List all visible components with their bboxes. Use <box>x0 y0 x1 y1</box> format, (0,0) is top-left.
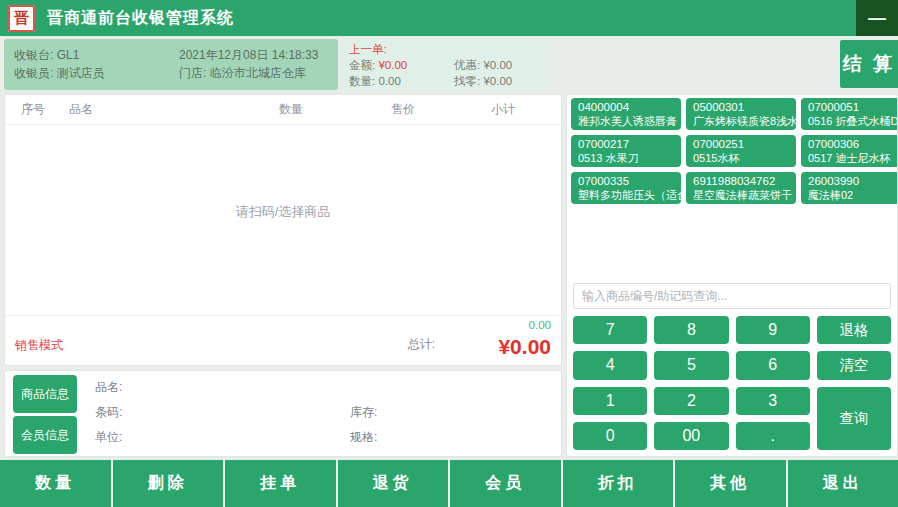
last-order-change: 找零: ¥0.00 <box>454 73 540 89</box>
register-info-box: 收银台: GL1 收银员: 测试店员 2021年12月08日 14:18:33 … <box>4 39 338 90</box>
cart-table-header: 序号 品名 数量 售价 小计 <box>5 95 561 125</box>
quick-product-tile[interactable]: 05000301 广东烤标镁质瓷8浅水盘 <box>686 98 796 130</box>
quick-product-tile[interactable]: 07000251 0515水杯 <box>686 135 796 167</box>
settle-button[interactable]: 结 算 <box>840 40 898 88</box>
field-spec: 规格: <box>350 429 377 446</box>
numpad-key-1[interactable]: 1 <box>573 387 647 415</box>
quick-product-tile[interactable]: 07000335 塑料多功能压头（适合洗 <box>571 172 681 204</box>
product-info-panel: 商品信息 会员信息 品名: 条码: 库存: 单位: 规格: <box>4 370 562 457</box>
col-name: 品名 <box>69 101 213 118</box>
toolbar-exit-button[interactable]: 退出 <box>788 460 898 507</box>
numpad-key-2[interactable]: 2 <box>654 387 728 415</box>
toolbar-return-button[interactable]: 退货 <box>338 460 449 507</box>
member-info-button[interactable]: 会员信息 <box>13 416 77 454</box>
last-order-title: 上一单: <box>349 42 540 57</box>
numpad-backspace-key[interactable]: 退格 <box>817 316 891 344</box>
numpad-clear-key[interactable]: 清空 <box>817 351 891 379</box>
last-order-qty: 数量: 0.00 <box>349 73 454 89</box>
quick-product-tile[interactable]: 04000004 雅邦水美人诱惑唇膏 <box>571 98 681 130</box>
numpad-key-5[interactable]: 5 <box>654 351 728 379</box>
field-unit: 单位: <box>95 429 122 446</box>
app-logo-seal: 晋 <box>14 9 29 28</box>
col-qty: 数量 <box>213 101 303 118</box>
field-product-name: 品名: <box>95 379 122 396</box>
numpad-key-00[interactable]: 00 <box>654 422 728 450</box>
cashier-name: 收银员: 测试店员 <box>14 65 179 82</box>
cart-totals: 销售模式 总计: 0.00 ¥0.00 <box>5 315 561 365</box>
toolbar-other-button[interactable]: 其他 <box>675 460 786 507</box>
numpad-key-4[interactable]: 4 <box>573 351 647 379</box>
numpad-key-0[interactable]: 0 <box>573 422 647 450</box>
numpad-key-7[interactable]: 7 <box>573 316 647 344</box>
datetime: 2021年12月08日 14:18:33 <box>179 47 318 64</box>
quick-product-tile[interactable]: 26003990 魔法棒02 <box>801 172 898 204</box>
titlebar: 晋 晋商通前台收银管理系统 — <box>0 0 898 36</box>
toolbar-discount-button[interactable]: 折扣 <box>563 460 674 507</box>
col-seq: 序号 <box>21 101 69 118</box>
register-id: 收银台: GL1 <box>14 47 179 64</box>
quick-product-tile[interactable]: 07000217 0513 水果刀 <box>571 135 681 167</box>
quick-product-tile[interactable]: 6911988034762 星空魔法棒蔬菜饼干 <box>686 172 796 204</box>
store-name: 门店: 临汾市北城店仓库 <box>179 65 318 82</box>
numpad-key-8[interactable]: 8 <box>654 316 728 344</box>
toolbar-quantity-button[interactable]: 数量 <box>0 460 111 507</box>
quick-product-tile[interactable]: 07000306 0517 迪士尼水杯 <box>801 135 898 167</box>
bottom-toolbar: 数量 删除 挂单 退货 会员 折扣 其他 退出 <box>0 460 898 507</box>
minimize-button[interactable]: — <box>856 0 898 36</box>
cart-panel: 序号 品名 数量 售价 小计 请扫码/选择商品 销售模式 总计: 0.00 ¥0… <box>4 94 562 366</box>
app-title: 晋商通前台收银管理系统 <box>47 8 234 29</box>
col-subtotal: 小计 <box>415 101 515 118</box>
toolbar-member-button[interactable]: 会员 <box>450 460 561 507</box>
last-order-amount: 金额: ¥0.00 <box>349 57 454 73</box>
cart-empty-hint: 请扫码/选择商品 <box>5 203 561 221</box>
product-search-input[interactable] <box>573 283 891 309</box>
numpad-key-3[interactable]: 3 <box>736 387 810 415</box>
numpad: 7 8 9 退格 4 5 6 清空 1 2 3 查询 0 00 . <box>573 316 891 450</box>
total-qty-value: 0.00 <box>529 319 551 331</box>
quick-product-tile[interactable]: 07000051 0516 折叠式水桶DF-81 <box>801 98 898 130</box>
minimize-icon: — <box>868 8 886 29</box>
col-price: 售价 <box>303 101 415 118</box>
right-panel: 04000004 雅邦水美人诱惑唇膏 05000301 广东烤标镁质瓷8浅水盘 … <box>566 94 898 457</box>
total-label: 总计: <box>408 336 435 353</box>
last-order-discount: 优惠: ¥0.00 <box>454 57 540 73</box>
sale-mode-label: 销售模式 <box>15 337 63 354</box>
numpad-key-9[interactable]: 9 <box>736 316 810 344</box>
app-logo-icon: 晋 <box>8 5 35 32</box>
total-amount-value: ¥0.00 <box>498 335 551 359</box>
product-info-button[interactable]: 商品信息 <box>13 375 77 413</box>
field-barcode: 条码: <box>95 404 122 421</box>
numpad-key-6[interactable]: 6 <box>736 351 810 379</box>
toolbar-delete-button[interactable]: 删除 <box>113 460 224 507</box>
numpad-query-key[interactable]: 查询 <box>817 387 891 451</box>
last-order-box: 上一单: 金额: ¥0.00 优惠: ¥0.00 数量: 0.00 找零: ¥0… <box>341 39 548 90</box>
field-stock: 库存: <box>350 404 377 421</box>
quick-product-grid: 04000004 雅邦水美人诱惑唇膏 05000301 广东烤标镁质瓷8浅水盘 … <box>571 98 898 204</box>
toolbar-hold-order-button[interactable]: 挂单 <box>225 460 336 507</box>
numpad-key-dot[interactable]: . <box>736 422 810 450</box>
